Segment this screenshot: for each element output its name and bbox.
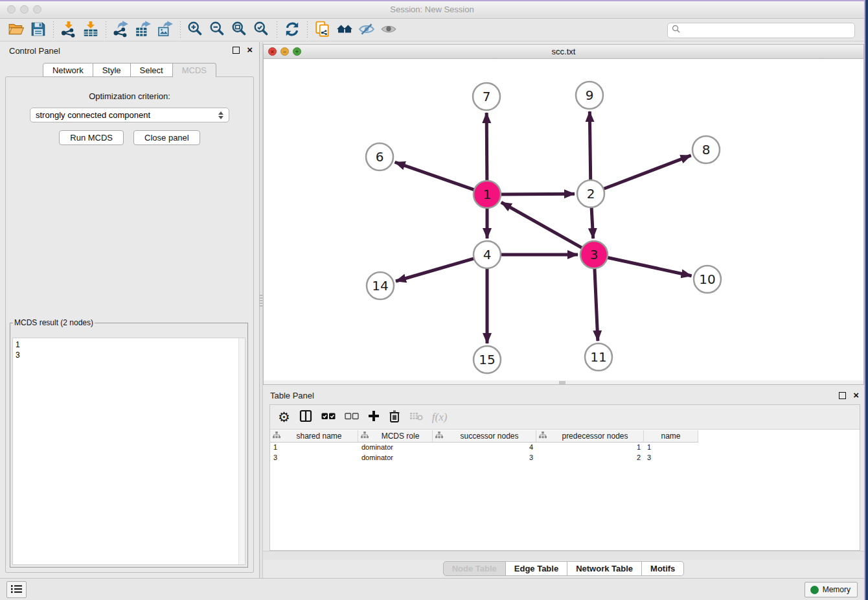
svg-text:4: 4	[483, 247, 492, 262]
column-header[interactable]: successor nodes	[433, 430, 536, 443]
list-icon	[11, 584, 23, 595]
run-mcds-button[interactable]: Run MCDS	[59, 130, 124, 145]
table-cell[interactable]: 1	[270, 443, 358, 453]
table-panel-title: Table Panel	[270, 391, 314, 400]
column-header[interactable]: predecessor nodes	[536, 430, 644, 443]
graph-node-9[interactable]: 9	[576, 82, 603, 109]
graph-node-14[interactable]: 14	[367, 272, 394, 299]
table-cell[interactable]: 3	[433, 453, 536, 463]
zoom-fit-button[interactable]	[229, 21, 251, 40]
fx-icon: f(x)	[432, 411, 448, 424]
column-header[interactable]: MCDS role	[358, 430, 433, 443]
table-toolbar: ⚙ f(x)	[270, 405, 860, 430]
column-header[interactable]: name	[644, 430, 698, 443]
table-panel-body: ⚙ f(x) shared nameMCDS rolesuccessor nod…	[269, 404, 860, 551]
trash-icon	[389, 410, 400, 424]
graph-node-8[interactable]: 8	[692, 136, 720, 163]
network-graph[interactable]: 7968124314101511	[264, 59, 863, 381]
graph-edge-2-9[interactable]	[589, 111, 590, 181]
export-table-button[interactable]	[132, 21, 154, 40]
table-row[interactable]: 3dominator323	[270, 453, 860, 463]
graph-edge-1-7[interactable]	[486, 113, 487, 182]
tab-network-table[interactable]: Network Table	[567, 561, 642, 576]
graph-edge-3-11[interactable]	[595, 267, 598, 341]
toolbar-separator	[106, 21, 106, 40]
toolbar-separator	[53, 21, 54, 40]
close-panel-icon[interactable]: ×	[247, 44, 253, 56]
table-cell[interactable]: 2	[536, 453, 644, 463]
graph-edge-3-10[interactable]	[606, 257, 692, 276]
show-columns-button[interactable]	[299, 408, 312, 427]
graph-node-15[interactable]: 15	[474, 346, 501, 373]
import-network-button[interactable]	[58, 21, 80, 40]
tab-style[interactable]: Style	[93, 63, 131, 77]
tab-mcds[interactable]: MCDS	[173, 63, 216, 77]
tab-edge-table[interactable]: Edge Table	[506, 561, 567, 576]
refresh-view-button[interactable]	[281, 21, 303, 40]
float-table-panel-icon[interactable]	[839, 392, 846, 399]
select-all-button[interactable]	[321, 408, 336, 427]
hide-panels-button[interactable]	[356, 21, 378, 40]
task-history-button[interactable]	[6, 581, 27, 598]
result-scrollbar[interactable]	[238, 338, 245, 564]
table-settings-button[interactable]: ⚙	[278, 408, 290, 427]
open-session-button[interactable]	[5, 21, 27, 40]
table-cell[interactable]: 1	[536, 443, 644, 453]
add-row-button[interactable]	[368, 408, 380, 427]
zoom-in-button[interactable]	[185, 21, 207, 40]
table-cell[interactable]: 3	[644, 453, 698, 463]
tab-select[interactable]: Select	[131, 63, 173, 77]
table-cell[interactable]: 4	[433, 443, 536, 453]
function-builder-button: f(x)	[432, 408, 448, 427]
delete-row-button[interactable]	[389, 408, 400, 427]
first-neighbors-button[interactable]	[334, 21, 356, 40]
column-header[interactable]: shared name	[270, 430, 358, 443]
graph-node-2[interactable]: 2	[577, 180, 604, 207]
graph-node-10[interactable]: 10	[694, 266, 721, 293]
table-cell[interactable]: 1	[644, 443, 698, 453]
clone-network-button[interactable]	[312, 21, 334, 40]
graph-edge-4-14[interactable]	[396, 258, 475, 281]
graph-node-7[interactable]: 7	[473, 83, 500, 110]
graph-node-3[interactable]: 3	[580, 241, 608, 268]
mcds-panel: Optimization criterion: strongly connect…	[5, 76, 254, 573]
toolbar-separator	[277, 21, 277, 40]
search-input[interactable]	[683, 26, 851, 35]
float-panel-icon[interactable]	[233, 47, 240, 54]
graph-edge-3-1[interactable]	[501, 202, 584, 248]
criterion-select[interactable]: strongly connected component	[30, 108, 229, 122]
graph-edge-1-2[interactable]	[499, 194, 575, 194]
table-row[interactable]: 1dominator411	[270, 443, 860, 453]
graph-node-11[interactable]: 11	[585, 343, 612, 371]
save-session-button[interactable]	[27, 21, 49, 40]
show-panels-button[interactable]	[378, 21, 400, 40]
graph-edge-2-8[interactable]	[602, 156, 691, 189]
import-table-button[interactable]	[80, 21, 102, 40]
graph-node-6[interactable]: 6	[366, 143, 393, 170]
network-canvas[interactable]: 7968124314101511	[264, 59, 863, 381]
close-panel-button[interactable]: Close panel	[133, 130, 200, 145]
graph-node-4[interactable]: 4	[474, 241, 501, 268]
tab-motifs[interactable]: Motifs	[642, 561, 684, 576]
export-network-button[interactable]	[110, 21, 132, 40]
table-cell[interactable]: dominator	[358, 443, 433, 453]
memory-button[interactable]: Memory	[805, 582, 858, 597]
tab-node-table[interactable]: Node Table	[443, 561, 506, 576]
export-image-button[interactable]	[154, 21, 176, 40]
zoom-out-button[interactable]	[207, 21, 229, 40]
canvas-splitter-handle[interactable]	[559, 381, 565, 384]
mcds-result-list[interactable]: 1 3	[12, 338, 246, 565]
svg-text:8: 8	[702, 142, 711, 157]
zoom-selected-button[interactable]	[251, 21, 273, 40]
close-table-panel-icon[interactable]: ×	[853, 389, 859, 401]
graph-edge-2-3[interactable]	[591, 206, 593, 238]
table-cell[interactable]: dominator	[358, 453, 433, 463]
table-cell[interactable]: 3	[270, 453, 358, 463]
unselect-all-button[interactable]	[345, 408, 359, 427]
hierarchy-icon	[539, 432, 549, 441]
graph-edge-1-6[interactable]	[395, 162, 475, 190]
tab-network[interactable]: Network	[43, 63, 93, 77]
graph-node-1[interactable]: 1	[474, 181, 501, 208]
delete-column-button	[409, 408, 423, 427]
export-network-icon	[113, 21, 130, 40]
